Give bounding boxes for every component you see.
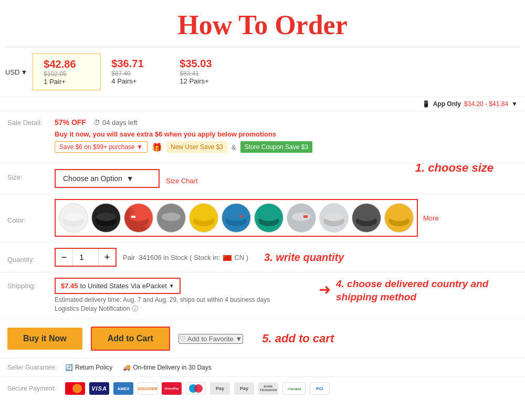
currency-selector[interactable]: USD ▼ <box>5 54 33 90</box>
color-swatch-silver[interactable] <box>287 203 316 233</box>
payment-section: Secure Payment: VISA AMEX DISCOVER Union… <box>0 377 525 400</box>
currency-label: USD <box>5 68 19 76</box>
guarantee-items: 🔄 Return Policy 🚚 On-time Delivery in 30… <box>65 364 212 371</box>
china-flag: 🇨🇳 <box>223 255 232 261</box>
app-only-bar[interactable]: 📱 App Only $34.20 - $41.84 ▼ <box>0 97 525 111</box>
mastercard-icon <box>65 382 85 395</box>
size-label: Size: <box>7 169 55 181</box>
size-placeholder: Choose an Option <box>63 174 122 183</box>
tier-2-original: $87.40 <box>111 70 159 77</box>
visa-icon: VISA <box>89 382 109 395</box>
size-chart-link[interactable]: Size Chart <box>166 173 198 185</box>
tier-2-price: $36.71 <box>111 58 159 70</box>
shipping-arrow-decoration: ➜ <box>319 281 331 298</box>
step-4-label: 4. choose delivered country and shipping… <box>336 278 514 303</box>
add-to-favorite-button[interactable]: ♡ Add to Favorite ▼ <box>178 334 244 344</box>
return-policy: 🔄 Return Policy <box>65 364 112 371</box>
svg-point-10 <box>194 213 213 221</box>
tier-3-label: 12 Pairs+ <box>180 77 227 85</box>
color-swatch-black[interactable] <box>91 203 121 233</box>
bank-transfer-icon: BANK TRANSFER <box>258 382 278 395</box>
svg-rect-18 <box>303 215 308 218</box>
more-colors-link[interactable]: More <box>423 214 439 222</box>
color-swatch-yellow[interactable] <box>189 203 218 233</box>
color-label: Color: <box>7 212 55 224</box>
on-time-delivery: 🚚 On-time Delivery in 30 Days <box>123 364 211 371</box>
unionpay-icon: UnionPay <box>162 382 182 395</box>
guarantee-section: Seller Guarantee: 🔄 Return Policy 🚚 On-t… <box>0 359 525 377</box>
app-only-chevron: ▼ <box>511 100 518 108</box>
svg-rect-6 <box>131 216 135 218</box>
price-tier-3[interactable]: $35.03 $83.41 12 Pairs+ <box>169 54 237 90</box>
buy-now-button[interactable]: Buy it Now <box>7 328 82 350</box>
color-swatch-blue[interactable] <box>222 203 251 233</box>
sale-timer: ⏱ 04 days left <box>93 119 137 127</box>
svg-point-17 <box>292 213 311 221</box>
qty-stock-end: ) <box>246 254 248 261</box>
step-3-label: 3. write quantity <box>264 251 344 264</box>
save6-coupon-button[interactable]: Save $6 on $99+ purchase ▼ <box>55 141 148 153</box>
on-time-delivery-text: On-time Delivery in 30 Days <box>133 364 211 371</box>
return-policy-icon: 🔄 <box>65 364 73 371</box>
save-message: Buy it now, you will save extra $6 when … <box>55 130 518 138</box>
quantity-control: − + <box>55 248 117 267</box>
shipping-price: $7.45 <box>61 282 78 290</box>
color-wrapper: More 2. choose color <box>55 199 518 237</box>
color-swatch-teal[interactable] <box>254 203 284 233</box>
quantity-label: Quantity: <box>7 251 55 264</box>
color-swatch-white[interactable] <box>59 203 88 233</box>
qty-country: CN <box>234 254 244 261</box>
svg-rect-13 <box>239 215 243 217</box>
guarantee-label: Seller Guarantee: <box>7 364 65 371</box>
color-swatches <box>55 199 418 237</box>
tier-1-original: $102.05 <box>44 70 90 78</box>
verified-icon: ✓Verified <box>282 382 306 395</box>
svg-point-1 <box>64 213 83 221</box>
logistics-notification-link[interactable]: Logistics Delay Notification ⓘ <box>55 304 270 313</box>
sale-section: Sale Detail: 57% OFF ⏱ 04 days left Buy … <box>0 111 525 164</box>
color-swatch-red[interactable] <box>124 203 153 233</box>
currency-arrow: ▼ <box>20 68 27 76</box>
tier-1-label: 1 Pair+ <box>44 78 90 86</box>
pci-icon: PCI <box>310 382 330 395</box>
sale-off: 57% OFF <box>55 118 86 127</box>
app-only-price: $34.20 - $41.84 <box>464 100 508 108</box>
step-5-label: 5. add to cart <box>262 332 334 345</box>
amex-icon: AMEX <box>113 382 133 395</box>
color-swatch-dark[interactable] <box>352 203 381 233</box>
quantity-section: Quantity: − + Pair 341606 in Stock ( Sto… <box>0 243 525 272</box>
add-to-cart-button[interactable]: Add to Cart <box>91 327 170 351</box>
return-policy-text: Return Policy <box>75 364 112 371</box>
svg-point-3 <box>97 213 116 221</box>
shipping-arrow-icon: ▼ <box>169 283 174 289</box>
svg-point-15 <box>259 213 278 221</box>
quantity-plus-button[interactable]: + <box>99 249 116 266</box>
new-user-button[interactable]: New User Save $3 <box>166 141 227 153</box>
price-tier-2[interactable]: $36.71 $87.40 4 Pairs+ <box>101 54 169 90</box>
store-coupon-button[interactable]: Store Coupon Save $3 <box>240 141 312 153</box>
maestro-icon <box>186 382 206 395</box>
color-swatch-gold[interactable] <box>384 203 414 233</box>
payment-icons: VISA AMEX DISCOVER UnionPay Pay Pay BANK… <box>65 382 330 395</box>
shipping-label: Shipping: <box>7 278 55 290</box>
quantity-input[interactable] <box>72 249 99 266</box>
page-title: How To Order <box>0 0 525 47</box>
qty-stock-text: 341606 in Stock ( Stock in: <box>139 254 220 261</box>
shipping-content: $7.45 to United States Via ePacket ▼ Est… <box>55 278 270 313</box>
shipping-select[interactable]: $7.45 to United States Via ePacket ▼ <box>55 278 181 294</box>
ampersand: & <box>232 143 236 151</box>
quantity-minus-button[interactable]: − <box>56 249 72 266</box>
tier-3-original: $83.41 <box>180 70 227 77</box>
color-swatch-grey[interactable] <box>156 203 186 233</box>
gift-icon: 🎁 <box>152 142 162 152</box>
svg-point-28 <box>194 384 203 393</box>
svg-point-12 <box>227 213 246 221</box>
quantity-unit: Pair 341606 in Stock ( Stock in: 🇨🇳 CN ) <box>123 254 248 261</box>
price-tier-1[interactable]: $42.86 $102.05 1 Pair+ <box>33 54 101 90</box>
size-dropdown[interactable]: Choose an Option ▼ <box>55 169 160 188</box>
svg-point-26 <box>72 384 82 393</box>
coupon-row: Save $6 on $99+ purchase ▼ 🎁 New User Sa… <box>55 141 518 153</box>
svg-point-8 <box>162 213 181 221</box>
app-only-icon: 📱 <box>422 100 430 108</box>
color-swatch-lightgrey[interactable] <box>319 203 349 233</box>
